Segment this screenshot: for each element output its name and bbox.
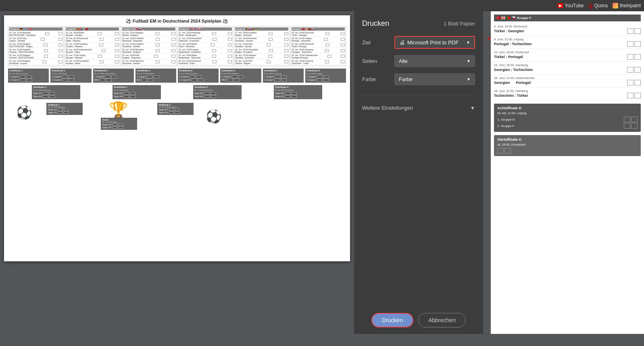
match-row: 17. Jun, 21:00 DüsseldorfÖsterreich : Fr…: [179, 37, 232, 42]
match-row: 19. Jun, 18:00 StuttgartDEUTSCHLAND : Un…: [9, 42, 63, 48]
trophy-icon: 🏆: [109, 101, 128, 119]
match-item-4: 22. Juni, 15:00, Hamburg Georgien : Tsch…: [494, 62, 641, 75]
browser-bar: ▶ YouTube Q Quora theinpaint: [0, 0, 644, 11]
chevron-down-icon: ▼: [467, 59, 471, 63]
seiten-select[interactable]: Alle ▼: [394, 55, 475, 67]
match-item-1: 8. Juni, 18:00, Dortmund Türkei : Georgi…: [494, 23, 641, 36]
ziel-label: Ziel: [362, 40, 394, 46]
achtelfinale-5: Achtelfinale 5: 01. Jul, 18:00, Düsseldo…: [178, 69, 219, 83]
score-boxes: [627, 41, 641, 47]
theinpaint-bookmark[interactable]: theinpaint: [613, 3, 641, 8]
match-row: 23. Jun, 21:00 StuttgartSchottland : Ung…: [9, 59, 63, 65]
match-row: 22. Jun, 15:00 HamburgGeorgien : Tschech…: [292, 48, 345, 54]
weitere-einstellungen[interactable]: Weitere Einstellungen ▼: [362, 102, 475, 114]
weitere-label: Weitere Einstellungen: [362, 105, 413, 111]
bottom-bar: [0, 334, 644, 346]
match-date: 8. Juni, 18:00, Dortmund: [494, 25, 641, 28]
document-preview: ⚽ Fußball EM in Deutschland 2024 Spielpl…: [4, 15, 350, 261]
drucken-button[interactable]: Drucken: [371, 313, 413, 327]
viertelfinale-row: Viertelfinale 1: 05. Jul, 18:00, Hamburg…: [8, 85, 346, 99]
gruppe-f-flags: 🇹🇷 🇬🇪 🇵🇹 🇨🇿: [496, 16, 515, 20]
print-footer: Drucken Abbrechen: [362, 306, 475, 334]
quora-icon: Q: [588, 3, 592, 9]
farbe-select[interactable]: Farbe ▼: [394, 73, 475, 85]
quora-bookmark[interactable]: Q Quora: [588, 3, 607, 9]
abbrechen-button[interactable]: Abbrechen: [418, 313, 466, 327]
soccer-ball-right: ⚽: [206, 109, 222, 124]
group-box-c: Gruppe C 🏴󠁧󠁢󠁥󠁮󠁧󠁿 🇩🇰 🇸🇮 🇷🇸 16. Jun, 21:00…: [121, 26, 177, 66]
match-row: 25. Jun, 18:00 DortmundFrankreich : Pole…: [179, 59, 232, 65]
farbe-label: Farbe: [362, 76, 394, 82]
score-boxes: [627, 28, 641, 34]
youtube-bookmark[interactable]: ▶ YouTube: [558, 3, 584, 8]
document-title: ⚽ Fußball EM in Deutschland 2024 Spielpl…: [8, 19, 346, 24]
match-row: 25. Jun, 18:00 BerlinNiederlande : Öster…: [179, 54, 232, 59]
gruppe-f-title: Gruppe F: [517, 16, 531, 20]
viertelfinale-1: Viertelfinale 1: 05. Jul, 18:00, Hamburg…: [32, 85, 80, 99]
achtel-team-2-label: 2. Gruppe F: [497, 124, 515, 128]
score-boxes: [627, 54, 641, 60]
soccer-ball-left: ⚽: [16, 105, 32, 120]
achtel-team-1: 1. Gruppe D: [497, 117, 638, 122]
group-box-e: Gruppe E 🇧🇪 🇸🇰 🇷🇴 🇺🇦 17. Jun, 18:00 Fran…: [234, 26, 290, 66]
spacer: [362, 117, 475, 306]
match-row: 21. Jun, 15:00 KölnSlowakei : Ukraine: [235, 42, 288, 48]
finals-decoration: ⚽ ⚽ 🏆 Halbfinale 1: 09. Jul, 21:00, Münc…: [8, 101, 346, 133]
match-row: 17. Jun, 21:00 MünchenRumänien : Ukraine: [235, 37, 288, 42]
group-box-d: Gruppe D 🇳🇱 🇦🇹 🇫🇷 🇵🇱 17. Jun, 15:00 Hamb…: [177, 26, 233, 66]
achtelfinale-8-box: Achtelfinale 8: 02.Juli, 21:00, Leipzig …: [494, 104, 641, 132]
print-pages: 1 Blatt Papier: [444, 21, 475, 27]
viertelfinale-2: Viertelfinale 2: 05. Jul, 21:00, Berlin …: [113, 85, 161, 99]
match-date: 8. Juni, 21:00, Leipzig: [494, 38, 641, 41]
match-row: 21. Jun, 21:00 LeipzigNiederlande : Fran…: [179, 48, 232, 54]
match-teams: Georgien Portugal: [494, 81, 531, 85]
print-header: Drucken 1 Blatt Papier: [362, 19, 475, 28]
match-row: 24. Jun, 21:00 DüsseldorfKroatien : Ital…: [66, 59, 119, 65]
match-row: 20. Jun, 21:00 MünchenDänemark : England: [122, 48, 175, 54]
match-teams: Portugal : Tschechien: [494, 42, 531, 46]
match-row: 22. Jun, 18:00 DortmundTürkei : Portugal: [292, 42, 345, 48]
match-row: 19. Jun, 21:00 FrankfurtSchweiz : DEUTSC…: [9, 48, 63, 54]
youtube-label: YouTube: [565, 3, 584, 8]
match-row: 16. Jun, 18:00 FrankfurtDänemark : Slowe…: [122, 37, 175, 42]
match-row: 18. Jun, 21:00 LeipzigPortugal : Tschech…: [292, 37, 345, 42]
print-row-seiten: Seiten Alle ▼: [362, 55, 475, 67]
match-row: 20. Jun, 21:00 FrankfurtSlowenien : Serb…: [122, 42, 175, 48]
match-teams: Tschechien : Türkei: [494, 94, 528, 98]
print-row-ziel: Ziel 🖨 Microsoft Print to PDF ▼: [362, 36, 475, 49]
viertelfinale-3: Viertelfinale 3: 06. Jul, 18:00, Düsseld…: [193, 85, 242, 99]
match-date: 26. Juni, 21:00, Hamburg: [494, 89, 641, 93]
chevron-down-icon: ▼: [470, 105, 475, 111]
halbfinale-2: Halbfinale 2: 10. Jul, 21:00, Dortmund S…: [157, 103, 194, 115]
match-date: 22. Juni, 18:00, Dortmund: [494, 50, 641, 54]
viertelfinale-4-box: Viertelfinale 4: uli, 18:00, Düsseldorf: [494, 135, 641, 156]
group-header-e: Gruppe E 🇧🇪 🇸🇰 🇷🇴 🇺🇦: [235, 27, 288, 31]
group-box-b: Gruppe B 🇪🇸 🇭🇷 🇮🇹 🇦🇱 15. Jun, 18:00 Berl…: [65, 26, 120, 66]
match-item-3: 22. Juni, 18:00, Dortmund Türkei : Portu…: [494, 49, 641, 62]
halbfinale-1: Halbfinale 1: 09. Jul, 21:00, München Si…: [46, 103, 83, 115]
match-row: 26. Jun, 21:00 StuttgartSlowakei : Rumän…: [235, 54, 288, 59]
group-header-b: Gruppe B 🇪🇸 🇭🇷 🇮🇹 🇦🇱: [66, 27, 119, 31]
match-teams: Georgien : Tschechien: [494, 68, 533, 72]
achtelfinale-6: Achtelfinale 6: 01. Jul, 21:00, München …: [220, 69, 261, 83]
score-boxes: [627, 80, 641, 85]
viertelfinale-4-date: uli, 18:00, Düsseldorf: [497, 143, 638, 146]
seiten-label: Seiten: [362, 58, 394, 64]
main-area: ⚽ Fußball EM in Deutschland 2024 Spielpl…: [0, 11, 644, 334]
gruppe-f-header: 🇹🇷 🇬🇪 🇵🇹 🇨🇿 Gruppe F: [494, 15, 641, 21]
match-row: 20. Jun, 15:00 HamburgKroatien : Albanie…: [66, 42, 119, 48]
match-row: 26. Jun, 21:00 GelsenkirchenGeorgien Por…: [292, 54, 345, 59]
youtube-icon: ▶: [558, 3, 563, 8]
match-row: 26. Jun, 21:00 KölnUkraine : Belgien: [235, 59, 288, 65]
groups-row: Gruppe A 🇩🇪 🏴󠁧󠁢󠁳󠁣󠁴󠁿 🇭🇺 🇨🇭 14. Jun, 21:00…: [8, 26, 346, 66]
achtel-team-2: 2. Gruppe F: [497, 123, 638, 129]
partial-document: 🇹🇷 🇬🇪 🇵🇹 🇨🇿 Gruppe F 8. Juni, 18:00, Dor…: [491, 11, 644, 334]
print-row-farbe: Farbe Farbe ▼: [362, 73, 475, 85]
achtelfinale-row: Achtelfinale 1: 29. Jun, 18:00, Dortmund…: [8, 69, 346, 83]
match-row: 25. Jun, 18:00 KölnEngland : Slowenien: [122, 54, 175, 59]
ziel-value: Microsoft Print to PDF: [407, 40, 459, 46]
ziel-select[interactable]: 🖨 Microsoft Print to PDF ▼: [394, 36, 475, 49]
score-boxes: [627, 93, 641, 98]
match-row: 15. Jun, 21:00 DortmundItalien : Albanie…: [66, 37, 119, 42]
achtelfinale-8: Achtelfinale 8: 02. Jul, 21:00, Leipzig …: [305, 69, 346, 83]
